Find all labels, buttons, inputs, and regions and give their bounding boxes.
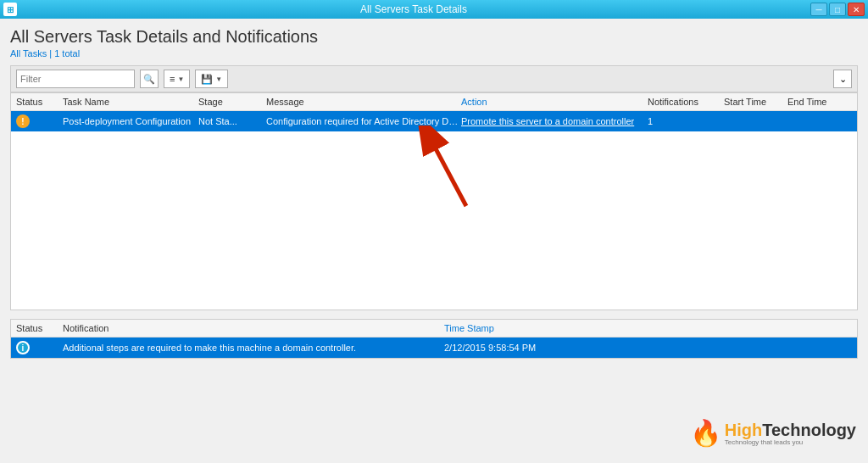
notif-notification: Additional steps are required to make th… bbox=[63, 343, 444, 353]
page-subtitle: All Tasks | 1 total bbox=[10, 48, 858, 59]
row-message: Configuration required for Active Direct… bbox=[266, 116, 461, 126]
col-taskname: Task Name bbox=[63, 97, 198, 107]
col-message: Message bbox=[266, 97, 461, 107]
col-action: Action bbox=[461, 97, 648, 107]
row-stage: Not Sta... bbox=[198, 116, 266, 126]
row-notifications: 1 bbox=[648, 116, 724, 126]
tasks-table-header: Status Task Name Stage Message Action No… bbox=[11, 93, 857, 111]
save-icon: 💾 bbox=[201, 74, 213, 85]
main-content: All Servers Task Details and Notificatio… bbox=[0, 19, 868, 463]
action-link[interactable]: Promote this server to a domain controll… bbox=[461, 116, 634, 126]
table-row: ! Post-deployment Configuration Not Sta.… bbox=[11, 111, 857, 131]
watermark-flame-icon: 🔥 bbox=[690, 418, 721, 448]
watermark-technology: Technology bbox=[762, 421, 856, 439]
filter-input[interactable] bbox=[16, 70, 135, 88]
col-endtime: End Time bbox=[787, 97, 851, 107]
restore-button[interactable]: □ bbox=[829, 3, 846, 16]
collapse-icon: ⌄ bbox=[839, 74, 847, 85]
notif-col-notification: Notification bbox=[63, 323, 444, 333]
close-button[interactable]: ✕ bbox=[848, 3, 865, 16]
warning-icon: ! bbox=[16, 114, 30, 128]
list-icon: ≡ bbox=[170, 74, 175, 84]
col-notifications: Notifications bbox=[648, 97, 724, 107]
notif-timestamp: 2/12/2015 9:58:54 PM bbox=[444, 343, 580, 353]
tasks-panel: Status Task Name Stage Message Action No… bbox=[10, 92, 858, 310]
watermark: 🔥 HighTechnology Technology that leads y… bbox=[690, 418, 856, 448]
notif-col-status: Status bbox=[16, 323, 63, 333]
row-action: Promote this server to a domain controll… bbox=[461, 116, 648, 126]
col-status: Status bbox=[16, 97, 63, 107]
col-stage: Stage bbox=[198, 97, 266, 107]
row-status: ! bbox=[16, 114, 63, 128]
save-button[interactable]: 💾 ▼ bbox=[195, 70, 228, 88]
notif-col-extra bbox=[580, 323, 852, 333]
row-taskname: Post-deployment Configuration bbox=[63, 116, 198, 126]
app-icon: ⊞ bbox=[3, 3, 17, 16]
info-icon: i bbox=[16, 341, 30, 354]
save-dropdown-arrow: ▼ bbox=[215, 75, 222, 83]
col-starttime: Start Time bbox=[724, 97, 787, 107]
toolbar: 🔍 ≡ ▼ 💾 ▼ ⌄ bbox=[10, 65, 858, 92]
search-button[interactable]: 🔍 bbox=[140, 70, 159, 88]
list-view-button[interactable]: ≡ ▼ bbox=[164, 70, 190, 88]
window-title: All Servers Task Details bbox=[17, 3, 810, 15]
list-dropdown-arrow: ▼ bbox=[177, 75, 184, 83]
notif-table-header: Status Notification Time Stamp bbox=[11, 320, 857, 337]
minimize-button[interactable]: ─ bbox=[810, 3, 827, 16]
notif-col-timestamp: Time Stamp bbox=[444, 323, 580, 333]
toolbar-left: 🔍 ≡ ▼ 💾 ▼ bbox=[16, 70, 228, 88]
watermark-title: HighTechnology bbox=[725, 421, 856, 440]
watermark-subtitle: Technology that leads you bbox=[725, 438, 804, 446]
page-title: All Servers Task Details and Notificatio… bbox=[10, 27, 858, 47]
notifications-panel: Status Notification Time Stamp i Additio… bbox=[10, 319, 858, 359]
watermark-text: HighTechnology Technology that leads you bbox=[725, 421, 856, 446]
window-controls: ─ □ ✕ bbox=[810, 3, 865, 16]
title-bar: ⊞ All Servers Task Details ─ □ ✕ bbox=[0, 0, 868, 19]
notif-status: i bbox=[16, 341, 63, 354]
notif-row: i Additional steps are required to make … bbox=[11, 337, 857, 358]
tasks-body bbox=[11, 131, 857, 310]
collapse-button[interactable]: ⌄ bbox=[833, 70, 852, 88]
watermark-high: High bbox=[725, 421, 762, 439]
